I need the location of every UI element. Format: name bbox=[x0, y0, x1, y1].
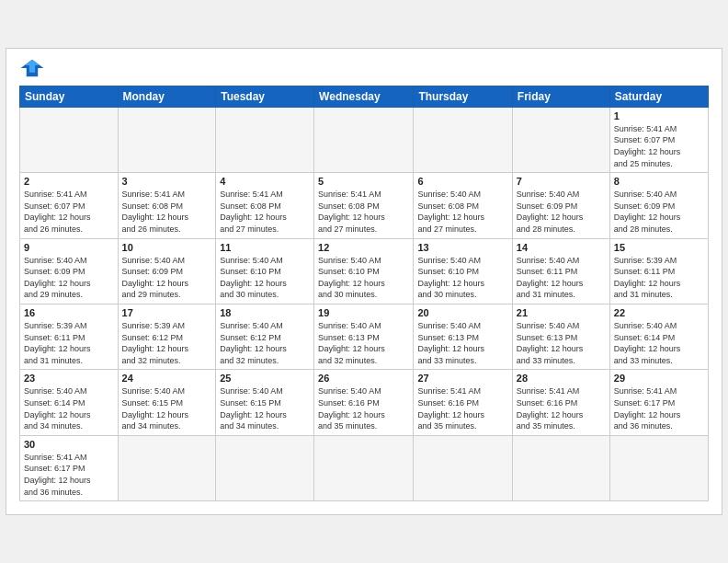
day-number: 1 bbox=[614, 110, 704, 121]
day-info: Sunrise: 5:40 AM Sunset: 6:14 PM Dayligh… bbox=[24, 385, 114, 431]
calendar-cell: 30Sunrise: 5:41 AM Sunset: 6:17 PM Dayli… bbox=[20, 435, 119, 500]
day-info: Sunrise: 5:40 AM Sunset: 6:16 PM Dayligh… bbox=[318, 385, 409, 431]
weekday-header-saturday: Saturday bbox=[609, 86, 708, 107]
calendar-cell: 13Sunrise: 5:40 AM Sunset: 6:10 PM Dayli… bbox=[414, 238, 512, 304]
day-info: Sunrise: 5:41 AM Sunset: 6:17 PM Dayligh… bbox=[24, 452, 114, 498]
calendar-cell: 21Sunrise: 5:40 AM Sunset: 6:13 PM Dayli… bbox=[512, 304, 609, 370]
calendar-cell: 11Sunrise: 5:40 AM Sunset: 6:10 PM Dayli… bbox=[216, 238, 314, 304]
day-info: Sunrise: 5:40 AM Sunset: 6:10 PM Dayligh… bbox=[220, 255, 310, 301]
week-row-4: 16Sunrise: 5:39 AM Sunset: 6:11 PM Dayli… bbox=[20, 304, 709, 370]
week-row-1: 1Sunrise: 5:41 AM Sunset: 6:07 PM Daylig… bbox=[20, 107, 709, 172]
calendar-cell bbox=[512, 435, 609, 500]
day-info: Sunrise: 5:41 AM Sunset: 6:08 PM Dayligh… bbox=[318, 189, 409, 235]
day-number: 13 bbox=[417, 242, 507, 253]
calendar-cell: 1Sunrise: 5:41 AM Sunset: 6:07 PM Daylig… bbox=[609, 107, 708, 172]
weekday-header-wednesday: Wednesday bbox=[314, 86, 414, 107]
day-number: 19 bbox=[318, 307, 409, 318]
calendar-cell: 18Sunrise: 5:40 AM Sunset: 6:12 PM Dayli… bbox=[216, 304, 314, 370]
calendar-cell bbox=[314, 107, 414, 172]
week-row-5: 23Sunrise: 5:40 AM Sunset: 6:14 PM Dayli… bbox=[20, 370, 709, 435]
day-number: 3 bbox=[122, 176, 212, 187]
weekday-header-tuesday: Tuesday bbox=[216, 86, 314, 107]
calendar-cell bbox=[118, 435, 216, 500]
calendar-cell: 5Sunrise: 5:41 AM Sunset: 6:08 PM Daylig… bbox=[314, 173, 414, 238]
day-info: Sunrise: 5:40 AM Sunset: 6:15 PM Dayligh… bbox=[122, 385, 212, 431]
day-number: 25 bbox=[220, 373, 310, 384]
calendar-cell bbox=[216, 435, 314, 500]
calendar-cell: 27Sunrise: 5:41 AM Sunset: 6:16 PM Dayli… bbox=[414, 370, 512, 435]
day-info: Sunrise: 5:40 AM Sunset: 6:09 PM Dayligh… bbox=[517, 189, 606, 235]
calendar-cell: 10Sunrise: 5:40 AM Sunset: 6:09 PM Dayli… bbox=[118, 238, 216, 304]
calendar-cell: 16Sunrise: 5:39 AM Sunset: 6:11 PM Dayli… bbox=[20, 304, 119, 370]
day-number: 21 bbox=[517, 307, 606, 318]
day-number: 22 bbox=[614, 307, 704, 318]
day-number: 11 bbox=[220, 242, 310, 253]
day-number: 16 bbox=[24, 307, 114, 318]
day-number: 27 bbox=[417, 373, 507, 384]
calendar-cell bbox=[314, 435, 414, 500]
calendar-cell bbox=[414, 435, 512, 500]
weekday-header-monday: Monday bbox=[118, 86, 216, 107]
day-info: Sunrise: 5:40 AM Sunset: 6:11 PM Dayligh… bbox=[517, 255, 606, 301]
day-info: Sunrise: 5:41 AM Sunset: 6:07 PM Dayligh… bbox=[24, 189, 114, 235]
day-info: Sunrise: 5:40 AM Sunset: 6:09 PM Dayligh… bbox=[24, 255, 114, 301]
calendar-cell: 17Sunrise: 5:39 AM Sunset: 6:12 PM Dayli… bbox=[118, 304, 216, 370]
day-number: 18 bbox=[220, 307, 310, 318]
calendar-cell: 29Sunrise: 5:41 AM Sunset: 6:17 PM Dayli… bbox=[609, 370, 708, 435]
calendar-cell: 20Sunrise: 5:40 AM Sunset: 6:13 PM Dayli… bbox=[414, 304, 512, 370]
calendar-cell: 25Sunrise: 5:40 AM Sunset: 6:15 PM Dayli… bbox=[216, 370, 314, 435]
day-number: 20 bbox=[417, 307, 507, 318]
day-number: 12 bbox=[318, 242, 409, 253]
calendar-cell: 9Sunrise: 5:40 AM Sunset: 6:09 PM Daylig… bbox=[20, 238, 119, 304]
day-info: Sunrise: 5:39 AM Sunset: 6:12 PM Dayligh… bbox=[122, 320, 212, 366]
day-info: Sunrise: 5:40 AM Sunset: 6:15 PM Dayligh… bbox=[220, 385, 310, 431]
day-info: Sunrise: 5:40 AM Sunset: 6:09 PM Dayligh… bbox=[122, 255, 212, 301]
day-number: 15 bbox=[614, 242, 704, 253]
calendar-cell bbox=[609, 435, 708, 500]
day-info: Sunrise: 5:40 AM Sunset: 6:12 PM Dayligh… bbox=[220, 320, 310, 366]
day-info: Sunrise: 5:41 AM Sunset: 6:08 PM Dayligh… bbox=[220, 189, 310, 235]
calendar-cell: 24Sunrise: 5:40 AM Sunset: 6:15 PM Dayli… bbox=[118, 370, 216, 435]
calendar-cell: 7Sunrise: 5:40 AM Sunset: 6:09 PM Daylig… bbox=[512, 173, 609, 238]
day-info: Sunrise: 5:41 AM Sunset: 6:17 PM Dayligh… bbox=[614, 385, 704, 431]
day-number: 6 bbox=[417, 176, 507, 187]
calendar-cell: 2Sunrise: 5:41 AM Sunset: 6:07 PM Daylig… bbox=[20, 173, 119, 238]
calendar-cell bbox=[414, 107, 512, 172]
calendar-table: SundayMondayTuesdayWednesdayThursdayFrid… bbox=[19, 86, 709, 501]
day-number: 5 bbox=[318, 176, 409, 187]
calendar-cell: 22Sunrise: 5:40 AM Sunset: 6:14 PM Dayli… bbox=[609, 304, 708, 370]
weekday-header-thursday: Thursday bbox=[414, 86, 512, 107]
calendar-cell bbox=[118, 107, 216, 172]
header bbox=[19, 58, 709, 78]
day-number: 23 bbox=[24, 373, 114, 384]
calendar-cell: 26Sunrise: 5:40 AM Sunset: 6:16 PM Dayli… bbox=[314, 370, 414, 435]
day-number: 8 bbox=[614, 176, 704, 187]
calendar-cell: 19Sunrise: 5:40 AM Sunset: 6:13 PM Dayli… bbox=[314, 304, 414, 370]
day-number: 7 bbox=[517, 176, 606, 187]
calendar-container: SundayMondayTuesdayWednesdayThursdayFrid… bbox=[6, 48, 722, 515]
day-number: 2 bbox=[24, 176, 114, 187]
day-info: Sunrise: 5:40 AM Sunset: 6:09 PM Dayligh… bbox=[614, 189, 704, 235]
day-info: Sunrise: 5:41 AM Sunset: 6:16 PM Dayligh… bbox=[517, 385, 606, 431]
calendar-cell bbox=[20, 107, 119, 172]
weekday-header-sunday: Sunday bbox=[20, 86, 119, 107]
calendar-cell bbox=[216, 107, 314, 172]
calendar-cell: 15Sunrise: 5:39 AM Sunset: 6:11 PM Dayli… bbox=[609, 238, 708, 304]
calendar-cell: 28Sunrise: 5:41 AM Sunset: 6:16 PM Dayli… bbox=[512, 370, 609, 435]
calendar-cell: 23Sunrise: 5:40 AM Sunset: 6:14 PM Dayli… bbox=[20, 370, 119, 435]
calendar-cell: 3Sunrise: 5:41 AM Sunset: 6:08 PM Daylig… bbox=[118, 173, 216, 238]
day-number: 24 bbox=[122, 373, 212, 384]
day-number: 17 bbox=[122, 307, 212, 318]
weekday-header-row: SundayMondayTuesdayWednesdayThursdayFrid… bbox=[20, 86, 709, 107]
day-info: Sunrise: 5:41 AM Sunset: 6:08 PM Dayligh… bbox=[122, 189, 212, 235]
day-info: Sunrise: 5:39 AM Sunset: 6:11 PM Dayligh… bbox=[24, 320, 114, 366]
logo-icon bbox=[19, 58, 45, 78]
calendar-cell bbox=[512, 107, 609, 172]
logo bbox=[19, 58, 49, 78]
calendar-cell: 12Sunrise: 5:40 AM Sunset: 6:10 PM Dayli… bbox=[314, 238, 414, 304]
week-row-2: 2Sunrise: 5:41 AM Sunset: 6:07 PM Daylig… bbox=[20, 173, 709, 238]
day-number: 4 bbox=[220, 176, 310, 187]
day-info: Sunrise: 5:40 AM Sunset: 6:10 PM Dayligh… bbox=[318, 255, 409, 301]
calendar-cell: 8Sunrise: 5:40 AM Sunset: 6:09 PM Daylig… bbox=[609, 173, 708, 238]
calendar-cell: 14Sunrise: 5:40 AM Sunset: 6:11 PM Dayli… bbox=[512, 238, 609, 304]
